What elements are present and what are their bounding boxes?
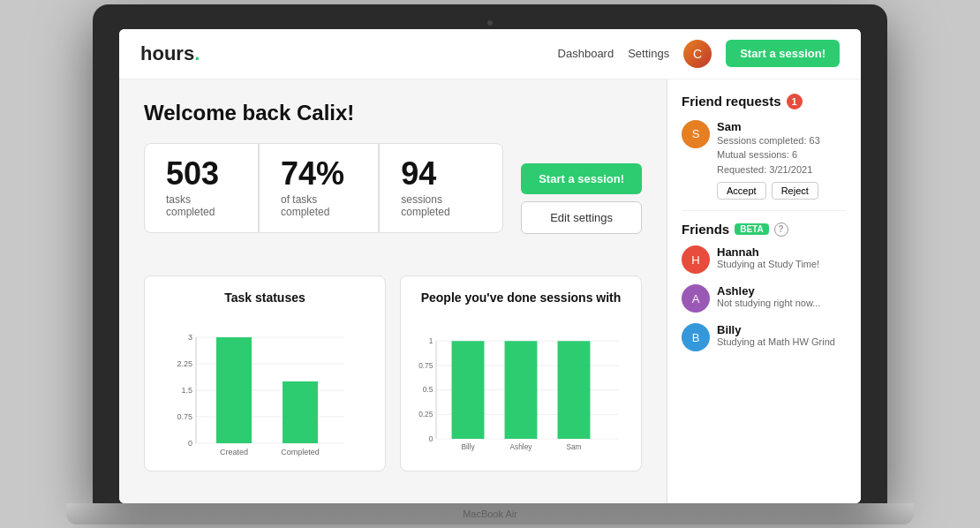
charts-row: Task statuses 0 0.75 1.5 2.25 3 — [144, 275, 642, 471]
task-chart-svg: 0 0.75 1.5 2.25 3 — [159, 315, 371, 456]
sessions-chart-area: 0 0.25 0.5 0.75 1 — [415, 315, 627, 456]
ashley-status: Not studying right now... — [717, 298, 847, 308]
friends-section: Friends BETA ? — [682, 222, 847, 237]
svg-text:0.5: 0.5 — [423, 385, 433, 394]
svg-text:Completed: Completed — [281, 448, 320, 456]
user-avatar[interactable]: C — [683, 40, 712, 68]
svg-text:Sam: Sam — [566, 442, 581, 451]
svg-text:0.75: 0.75 — [177, 412, 192, 421]
laptop-label: MacBook Air — [463, 509, 517, 519]
bar-sam — [558, 341, 591, 439]
camera-indicator — [487, 20, 493, 26]
friend-item-billy: B Billy Studying at Math HW Grind — [682, 323, 847, 351]
header-right: Dashboard Settings C Start a session! — [558, 40, 840, 68]
stats-row: 503 tasks completed 74% of tasks complet… — [144, 143, 503, 233]
reject-button[interactable]: Reject — [772, 182, 818, 200]
sessions-chart-svg: 0 0.25 0.5 0.75 1 — [415, 315, 627, 456]
svg-text:1.5: 1.5 — [181, 386, 192, 395]
svg-text:2.25: 2.25 — [177, 359, 192, 368]
friend-requests-badge: 1 — [787, 94, 803, 109]
svg-text:0: 0 — [429, 434, 433, 442]
friend-item-hannah: H Hannah Studying at Study Time! — [682, 245, 847, 274]
logo-dot: . — [194, 42, 200, 64]
request-mutual: Mutual sessions: 6 — [717, 147, 847, 162]
edit-settings-button[interactable]: Edit settings — [521, 201, 642, 234]
hannah-info: Hannah Studying at Study Time! — [717, 245, 847, 269]
hannah-status: Studying at Study Time! — [717, 259, 847, 269]
svg-text:1: 1 — [429, 336, 433, 345]
task-chart-title: Task statuses — [159, 290, 371, 305]
friend-requests-section: Friend requests 1 — [682, 94, 847, 109]
billy-name: Billy — [717, 323, 847, 336]
ashley-avatar: A — [682, 284, 710, 313]
beta-badge: BETA — [735, 223, 768, 235]
task-chart-area: 0 0.75 1.5 2.25 3 — [159, 315, 371, 456]
svg-text:Created: Created — [220, 448, 248, 456]
laptop-screen: hours. Dashboard Settings C Start a sess… — [119, 29, 861, 503]
svg-text:0: 0 — [188, 439, 192, 448]
sidebar: Friend requests 1 S Sam Sessions complet… — [667, 79, 861, 503]
billy-info: Billy Studying at Math HW Grind — [717, 323, 847, 347]
request-name: Sam — [717, 120, 847, 133]
bar-ashley — [505, 341, 538, 439]
stat-sessions-completed: 94 sessions completed — [379, 143, 503, 233]
bar-completed — [283, 381, 318, 443]
request-sessions: Sessions completed: 63 — [717, 133, 847, 148]
svg-text:0.25: 0.25 — [418, 410, 433, 419]
request-date: Requested: 3/21/2021 — [717, 162, 847, 177]
stat-sessions-number: 94 — [401, 158, 481, 190]
sessions-chart-title: People you've done sessions with — [415, 290, 627, 305]
svg-text:Ashley: Ashley — [510, 442, 533, 451]
request-actions: Accept Reject — [717, 182, 847, 200]
task-statuses-chart: Task statuses 0 0.75 1.5 2.25 3 — [144, 275, 386, 471]
nav-settings[interactable]: Settings — [628, 47, 669, 60]
svg-text:3: 3 — [188, 333, 192, 342]
ashley-name: Ashley — [717, 284, 847, 298]
stat-percent-completed: 74% of tasks completed — [259, 143, 379, 233]
stat-percent-label: of tasks completed — [281, 193, 357, 218]
friend-request-item: S Sam Sessions completed: 63 Mutual sess… — [682, 120, 847, 212]
stat-tasks-number: 503 — [166, 158, 237, 190]
hannah-name: Hannah — [717, 245, 847, 259]
help-icon[interactable]: ? — [774, 223, 788, 237]
billy-avatar: B — [682, 323, 710, 351]
hannah-avatar: H — [682, 245, 710, 274]
billy-status: Studying at Math HW Grind — [717, 336, 847, 347]
friends-title: Friends — [682, 222, 729, 237]
app-logo: hours. — [140, 42, 200, 65]
friend-item-ashley: A Ashley Not studying right now... — [682, 284, 847, 313]
nav-dashboard[interactable]: Dashboard — [558, 47, 614, 60]
stat-tasks-label: tasks completed — [166, 193, 237, 218]
ashley-info: Ashley Not studying right now... — [717, 284, 847, 308]
accept-button[interactable]: Accept — [717, 182, 766, 200]
bar-created — [216, 337, 252, 443]
svg-text:0.75: 0.75 — [418, 360, 433, 369]
app-header: hours. Dashboard Settings C Start a sess… — [119, 29, 861, 79]
stat-sessions-label: sessions completed — [401, 193, 481, 218]
laptop-base: MacBook Air — [66, 503, 914, 524]
request-info: Sam Sessions completed: 63 Mutual sessio… — [717, 120, 847, 200]
welcome-title: Welcome back Calix! — [144, 101, 642, 125]
bar-billy — [452, 341, 485, 439]
sessions-chart: People you've done sessions with 0 0.25 … — [400, 275, 642, 471]
action-buttons: Start a session! Edit settings — [521, 163, 642, 234]
svg-text:Billy: Billy — [461, 442, 475, 451]
request-avatar: S — [682, 120, 710, 148]
main-start-session-button[interactable]: Start a session! — [521, 163, 642, 194]
stat-percent-number: 74% — [281, 158, 357, 190]
header-start-session-button[interactable]: Start a session! — [726, 40, 840, 67]
friend-requests-title: Friend requests — [682, 94, 781, 109]
logo-text: hours — [140, 42, 194, 64]
app-body: Welcome back Calix! 503 tasks completed … — [119, 79, 861, 503]
stat-tasks-completed: 503 tasks completed — [144, 143, 259, 233]
main-content: Welcome back Calix! 503 tasks completed … — [119, 79, 667, 503]
